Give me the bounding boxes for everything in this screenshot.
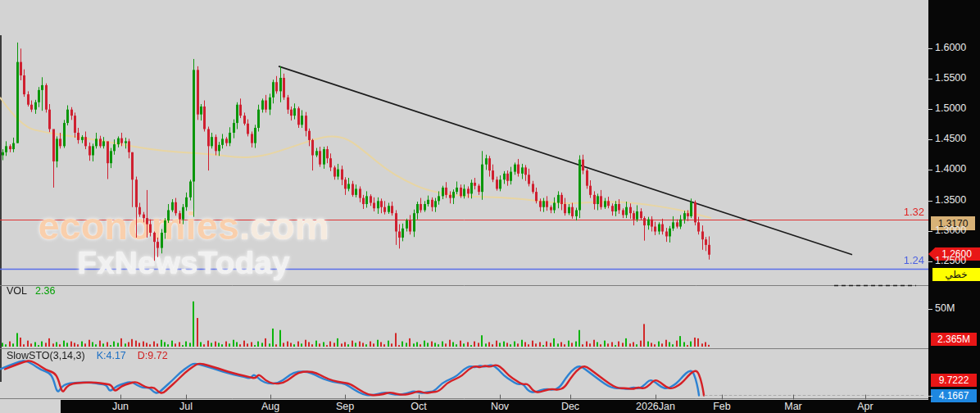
stochastic-k-badge: 4.1667 <box>931 389 977 402</box>
stochastic-label: SlowSTO(3,14,3) <box>7 350 85 361</box>
month-label: Mar <box>784 401 802 412</box>
month-label: Aug <box>261 401 279 412</box>
stochastic-d-value: D:9.72 <box>138 350 168 361</box>
price-tick-mark <box>928 139 932 140</box>
time-axis[interactable]: JunJulAugSepOctNovDec2026JanFebMarApr <box>61 400 980 413</box>
month-label: Jul <box>179 401 193 412</box>
month-label: Apr <box>857 401 873 412</box>
month-label: Jun <box>112 401 129 412</box>
support-level-label: 1.24 <box>904 254 924 266</box>
chart-type-badge[interactable]: خطي <box>932 268 980 281</box>
price-axis[interactable]: 1.3170 1.2600 خطي 2.365M 9.7222 4.1667 1… <box>928 0 980 413</box>
price-tick: 1.2500 <box>935 255 966 266</box>
resistance-level-label: 1.32 <box>904 206 924 218</box>
volume-value: 2.36 <box>35 285 55 297</box>
volume-scale-tick: 50M <box>935 302 955 314</box>
chart-root: economies.com FxNewsToday VOL2.36 SlowST… <box>0 0 980 413</box>
month-label: Dec <box>561 401 579 412</box>
volume-last-badge: 2.365M <box>931 333 977 346</box>
price-tick: 1.4500 <box>935 133 966 144</box>
price-tick-mark <box>928 261 932 262</box>
price-tick: 1.5000 <box>935 102 966 114</box>
month-label: Oct <box>411 401 426 412</box>
volume-scale-tick-mark <box>928 309 932 310</box>
price-tick: 1.3500 <box>935 194 966 206</box>
price-tick-mark <box>928 231 932 232</box>
price-tick-mark <box>928 48 932 49</box>
stochastic-pane-label: SlowSTO(3,14,3)K:4.17D:9.72 <box>7 350 168 361</box>
price-tick-mark <box>928 201 932 202</box>
price-tick: 1.6000 <box>935 42 966 53</box>
stochastic-k-value: K:4.17 <box>97 350 126 361</box>
price-tick: 1.5500 <box>935 72 966 84</box>
month-label: Feb <box>713 401 731 412</box>
volume-label: VOL <box>7 285 27 297</box>
price-tick-mark <box>928 170 932 170</box>
price-tick-mark <box>928 79 932 79</box>
stochastic-d-badge: 9.7222 <box>931 374 977 387</box>
month-label: 2026Jan <box>636 401 675 412</box>
price-tick: 1.4000 <box>935 163 966 175</box>
price-tick-mark <box>928 109 932 110</box>
month-label: Sep <box>336 401 354 412</box>
volume-pane-label: VOL2.36 <box>7 285 55 297</box>
month-label: Nov <box>491 401 509 412</box>
stochastic-k-tick-mark <box>928 396 932 397</box>
price-tick: 1.3000 <box>935 225 966 236</box>
